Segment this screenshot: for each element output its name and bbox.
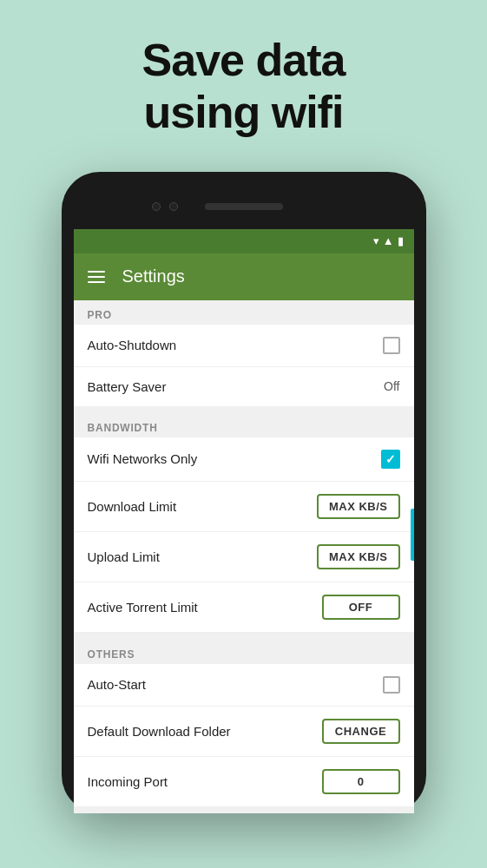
section-header-others: OTHERS bbox=[74, 640, 414, 664]
battery-saver-value: Off bbox=[384, 379, 399, 393]
battery-saver-label: Battery Saver bbox=[88, 379, 167, 394]
section-header-bandwidth: BANDWIDTH bbox=[74, 413, 414, 437]
active-torrent-limit-label: Active Torrent Limit bbox=[88, 600, 198, 615]
row-auto-start[interactable]: Auto-Start bbox=[74, 664, 414, 707]
section-others: OTHERS Auto-Start Default Download Folde… bbox=[74, 640, 414, 806]
row-upload-limit[interactable]: Upload Limit MAX KB/S bbox=[74, 532, 414, 582]
battery-icon: ▮ bbox=[398, 234, 404, 247]
wifi-networks-only-label: Wifi Networks Only bbox=[88, 451, 198, 466]
hamburger-menu-icon[interactable] bbox=[88, 271, 105, 283]
app-bar: Settings bbox=[74, 253, 414, 300]
incoming-port-label: Incoming Port bbox=[88, 774, 168, 789]
speaker bbox=[205, 203, 283, 210]
app-bar-title: Settings bbox=[122, 266, 185, 286]
row-active-torrent-limit[interactable]: Active Torrent Limit OFF bbox=[74, 582, 414, 633]
active-torrent-limit-button[interactable]: OFF bbox=[322, 595, 400, 620]
side-scroll-indicator bbox=[411, 509, 414, 561]
auto-start-checkbox[interactable] bbox=[383, 676, 400, 694]
section-header-pro: PRO bbox=[74, 300, 414, 325]
row-auto-shutdown[interactable]: Auto-Shutdown bbox=[74, 325, 414, 367]
camera-dot-right bbox=[169, 202, 178, 211]
section-pro: PRO Auto-Shutdown Battery Saver Off bbox=[74, 300, 414, 406]
wifi-status-icon: ▾ bbox=[373, 234, 379, 247]
screen-content: PRO Auto-Shutdown Battery Saver Off BAND… bbox=[74, 300, 414, 813]
hero-text: Save data using wifi bbox=[142, 35, 346, 139]
status-bar: ▾ ▲ ▮ bbox=[74, 229, 414, 253]
row-download-limit[interactable]: Download Limit MAX KB/S bbox=[74, 482, 414, 532]
auto-shutdown-checkbox[interactable] bbox=[383, 337, 400, 354]
row-default-download-folder[interactable]: Default Download Folder CHANGE bbox=[74, 707, 414, 757]
camera-dot-left bbox=[152, 202, 161, 211]
phone-camera-bar bbox=[74, 184, 414, 229]
section-bandwidth: BANDWIDTH Wifi Networks Only Download Li… bbox=[74, 413, 414, 633]
default-download-folder-button[interactable]: CHANGE bbox=[322, 719, 400, 744]
phone-wrapper: ▾ ▲ ▮ Settings PRO Auto-Shutdown bbox=[62, 172, 426, 813]
auto-start-label: Auto-Start bbox=[88, 677, 147, 692]
wifi-networks-only-checkbox[interactable] bbox=[381, 450, 400, 469]
download-limit-label: Download Limit bbox=[88, 499, 177, 514]
default-download-folder-label: Default Download Folder bbox=[88, 724, 231, 739]
upload-limit-label: Upload Limit bbox=[88, 549, 160, 564]
signal-icon: ▲ bbox=[383, 234, 394, 247]
row-incoming-port[interactable]: Incoming Port 0 bbox=[74, 757, 414, 806]
incoming-port-button[interactable]: 0 bbox=[322, 769, 400, 794]
row-battery-saver[interactable]: Battery Saver Off bbox=[74, 367, 414, 406]
auto-shutdown-label: Auto-Shutdown bbox=[88, 338, 177, 352]
download-limit-button[interactable]: MAX KB/S bbox=[317, 494, 400, 519]
row-wifi-networks-only[interactable]: Wifi Networks Only bbox=[74, 437, 414, 482]
upload-limit-button[interactable]: MAX KB/S bbox=[317, 544, 400, 569]
